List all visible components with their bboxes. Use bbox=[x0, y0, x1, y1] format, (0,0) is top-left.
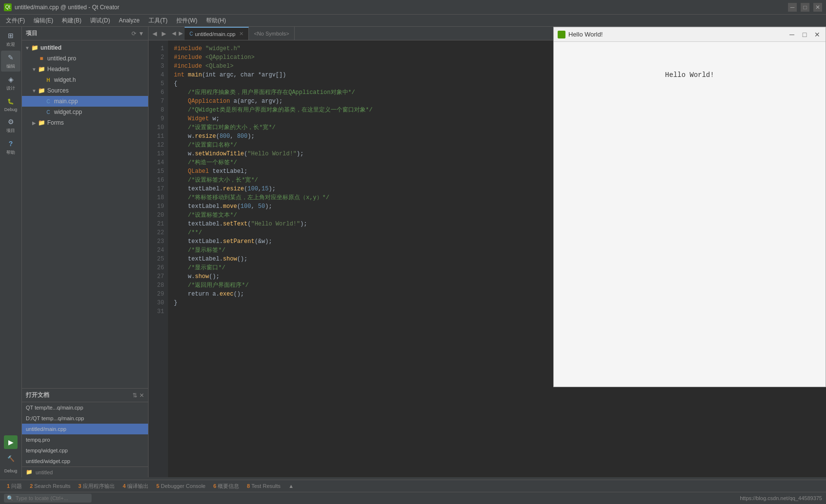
status-search-input[interactable] bbox=[16, 495, 89, 501]
build-button[interactable]: 🔨 bbox=[4, 452, 18, 466]
tab-icon: C bbox=[189, 31, 193, 37]
tree-item-label: Headers bbox=[47, 66, 69, 73]
line-number: 10 bbox=[149, 123, 164, 132]
tree-item-widget-cpp[interactable]: C widget.cpp bbox=[22, 107, 148, 117]
menu-edit[interactable]: 编辑(E) bbox=[30, 16, 57, 26]
docs-close-btn[interactable]: ✕ bbox=[139, 392, 144, 399]
debugger-label: Debugger Console bbox=[161, 483, 206, 489]
bottom-tab-appout[interactable]: 3 应用程序输出 bbox=[75, 483, 118, 490]
doc-name: D:/QT temp...q/main.cpp bbox=[26, 415, 84, 421]
bottom-expand-btn[interactable]: ▲ bbox=[285, 483, 297, 489]
sidebar-item-help[interactable]: ? 帮助 bbox=[1, 137, 20, 158]
doc-item-2[interactable]: untitled/main.cpp bbox=[22, 424, 148, 434]
menu-build[interactable]: 构建(B) bbox=[58, 16, 85, 26]
menu-debug[interactable]: 调试(D) bbox=[86, 16, 114, 26]
editor-tab-symbols[interactable]: <No Symbols> bbox=[249, 27, 294, 40]
debug-label: Debug bbox=[4, 468, 18, 473]
tab-close-icon[interactable]: ✕ bbox=[239, 31, 244, 37]
sidebar-item-design[interactable]: ◈ 设计 bbox=[1, 73, 20, 93]
docs-sort-btn[interactable]: ⇅ bbox=[132, 392, 137, 399]
line-number: 18 bbox=[149, 193, 164, 202]
tab-label: <No Symbols> bbox=[254, 31, 289, 37]
close-button[interactable]: ✕ bbox=[813, 3, 822, 12]
tab-nav-forward[interactable]: ▶ bbox=[160, 29, 168, 38]
line-number: 24 bbox=[149, 246, 164, 255]
hello-minimize-btn[interactable]: ─ bbox=[788, 30, 796, 39]
tree-item-headers[interactable]: ▼ 📁 Headers bbox=[22, 64, 148, 75]
menu-tools[interactable]: 工具(T) bbox=[145, 16, 171, 26]
tree-item-label: untitled.pro bbox=[47, 55, 76, 62]
cpp-icon: C bbox=[44, 108, 52, 116]
tree-item-widget-h[interactable]: H widget.h bbox=[22, 75, 148, 85]
line-number: 30 bbox=[149, 299, 164, 307]
panel-sync-btn[interactable]: ⟳ bbox=[131, 30, 136, 37]
menu-bar: 文件(F) 编辑(E) 构建(B) 调试(D) Analyze 工具(T) 控件… bbox=[0, 15, 826, 27]
status-search-box[interactable]: 🔍 bbox=[4, 494, 92, 503]
tab-nav-extra2[interactable]: ▶ bbox=[178, 30, 184, 37]
minimize-button[interactable]: ─ bbox=[788, 3, 797, 12]
tests-num: 8 bbox=[247, 483, 250, 489]
doc-name: tempq/widget.cpp bbox=[26, 448, 68, 453]
tree-item-label: untitled bbox=[40, 44, 61, 51]
issue-label: 问题 bbox=[11, 483, 22, 490]
folder-icon: 📁 bbox=[38, 119, 45, 127]
bottom-tab-debugger[interactable]: 5 Debugger Console bbox=[153, 483, 208, 489]
overview-num: 6 bbox=[213, 483, 216, 489]
sidebar-item-edit[interactable]: ✎ 编辑 bbox=[1, 51, 20, 72]
line-number: 25 bbox=[149, 255, 164, 263]
doc-item-1[interactable]: D:/QT temp...q/main.cpp bbox=[22, 413, 148, 424]
tree-item-main-cpp[interactable]: C main.cpp bbox=[22, 96, 148, 107]
hello-close-btn[interactable]: ✕ bbox=[813, 30, 822, 39]
tree-item-untitled[interactable]: ▼ 📁 untitled bbox=[22, 42, 148, 53]
doc-name: untitled/main.cpp bbox=[26, 426, 66, 432]
cpp-icon: C bbox=[44, 97, 52, 105]
tree-item-pro[interactable]: ■ untitled.pro bbox=[22, 53, 148, 64]
overview-label: 概要信息 bbox=[218, 483, 239, 490]
sidebar-label-help: 帮助 bbox=[6, 149, 15, 156]
folder-icon: 📁 bbox=[31, 44, 38, 52]
line-number: 26 bbox=[149, 263, 164, 272]
menu-file[interactable]: 文件(F) bbox=[2, 16, 29, 26]
doc-item-5[interactable]: untitled/widget.cpp bbox=[22, 456, 148, 467]
run-button[interactable]: ▶ bbox=[4, 435, 18, 449]
edit-icon: ✎ bbox=[6, 53, 16, 62]
bottom-tab-tests[interactable]: 8 Test Results bbox=[244, 483, 283, 489]
editor-tab-main-cpp[interactable]: C untitled/main.cpp ✕ bbox=[185, 27, 249, 40]
line-number: 27 bbox=[149, 272, 164, 281]
hello-maximize-btn[interactable]: □ bbox=[800, 30, 809, 39]
tab-nav-back[interactable]: ◀ bbox=[150, 29, 159, 38]
sidebar-item-debug[interactable]: 🐛 Debug bbox=[1, 94, 20, 114]
line-number: 19 bbox=[149, 202, 164, 211]
hello-world-text: Hello World! bbox=[665, 71, 714, 79]
bottom-tab-search[interactable]: 2 Search Results bbox=[27, 483, 74, 489]
doc-item-3[interactable]: tempq.pro bbox=[22, 434, 148, 445]
arrow-icon: ▼ bbox=[24, 45, 31, 51]
app-icon: Qt bbox=[4, 3, 12, 11]
line-number: 11 bbox=[149, 132, 164, 141]
menu-analyze[interactable]: Analyze bbox=[115, 16, 144, 25]
tab-nav-extra1[interactable]: ◀ bbox=[171, 30, 177, 37]
line-number: 4 bbox=[149, 71, 164, 79]
line-number: 29 bbox=[149, 290, 164, 299]
sidebar-item-project[interactable]: ⚙ 项目 bbox=[1, 115, 20, 136]
maximize-button[interactable]: □ bbox=[801, 3, 809, 12]
doc-item-4[interactable]: tempq/widget.cpp bbox=[22, 445, 148, 456]
bottom-tabs-bar: 1 问题 2 Search Results 3 应用程序输出 4 编译输出 5 … bbox=[0, 480, 826, 492]
tree-item-forms[interactable]: ▶ 📁 Forms bbox=[22, 117, 148, 128]
line-number: 17 bbox=[149, 185, 164, 193]
menu-controls[interactable]: 控件(W) bbox=[172, 16, 201, 26]
sidebar-label-debug: Debug bbox=[4, 107, 18, 112]
tree-item-sources[interactable]: ▼ 📁 Sources bbox=[22, 85, 148, 96]
line-number: 13 bbox=[149, 149, 164, 158]
line-number: 5 bbox=[149, 79, 164, 88]
bottom-tab-buildout[interactable]: 4 编译输出 bbox=[120, 483, 151, 490]
menu-help[interactable]: 帮助(H) bbox=[202, 16, 230, 26]
hello-world-window: Hello World! ─ □ ✕ Hello World! bbox=[553, 27, 826, 387]
doc-item-0[interactable]: QT temp/te...q/main.cpp bbox=[22, 402, 148, 413]
buildout-label: 编译输出 bbox=[127, 483, 149, 490]
sidebar-item-welcome[interactable]: ⊞ 欢迎 bbox=[1, 29, 20, 50]
panel-filter-btn[interactable]: ▼ bbox=[138, 30, 144, 37]
bottom-tab-issues[interactable]: 1 问题 bbox=[4, 483, 25, 490]
tests-label: Test Results bbox=[251, 483, 281, 489]
bottom-tab-overview[interactable]: 6 概要信息 bbox=[210, 483, 242, 490]
